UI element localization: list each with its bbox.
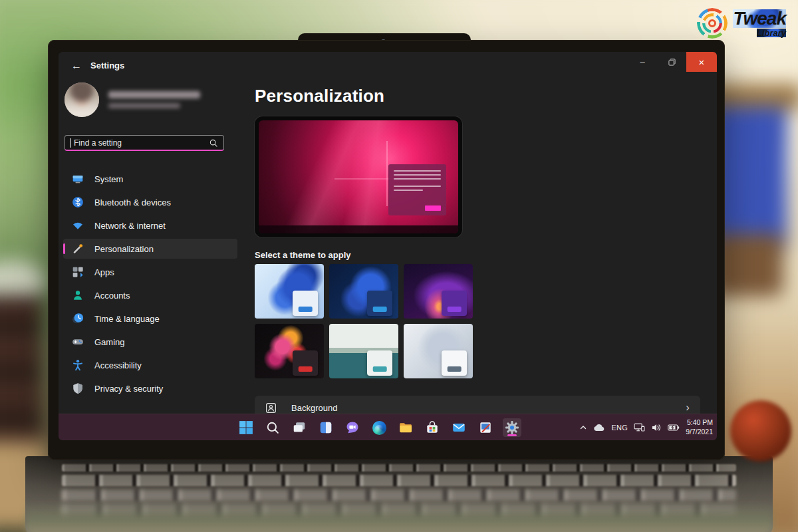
- text-caret: [70, 138, 71, 148]
- laptop-lid: ← Settings – ×: [48, 40, 725, 460]
- tray-date: 9/7/2021: [686, 428, 713, 437]
- gear-icon: [505, 420, 519, 435]
- person-icon: [72, 289, 84, 301]
- minimize-button[interactable]: –: [628, 52, 657, 72]
- volume-icon[interactable]: [651, 423, 662, 432]
- task-view-button[interactable]: [290, 418, 309, 437]
- user-profile[interactable]: [65, 82, 200, 117]
- theme-windows-bloom-dark[interactable]: [329, 264, 398, 319]
- teams-chat-icon: [345, 420, 360, 435]
- sidebar-item-label: Accounts: [94, 291, 130, 301]
- maximize-button[interactable]: [657, 52, 686, 72]
- preview-sample-window: [388, 164, 446, 215]
- edge-icon: [372, 421, 386, 435]
- sidebar-item-label: Gaming: [94, 337, 125, 347]
- photo-scene: Tweak Library ← Settings –: [0, 0, 798, 532]
- sidebar-item-label: Privacy & security: [94, 384, 163, 394]
- accessibility-person-icon: [72, 359, 84, 371]
- file-explorer-button[interactable]: [396, 418, 415, 437]
- sidebar-nav: System Bluetooth & devices Network & int…: [63, 169, 237, 398]
- apps-grid-icon: [72, 266, 84, 278]
- sidebar-item-label: Apps: [94, 267, 114, 277]
- logo-title: Tweak: [733, 9, 786, 28]
- mail-button[interactable]: [450, 418, 468, 437]
- system-icon: [72, 173, 84, 185]
- tray-chevron-up-icon[interactable]: [579, 424, 587, 432]
- sidebar-item-accessibility[interactable]: Accessibility: [63, 355, 237, 375]
- mail-envelope-icon: [452, 420, 466, 435]
- widgets-button[interactable]: [317, 418, 335, 437]
- taskbar-search-button[interactable]: [263, 418, 282, 437]
- clock[interactable]: 5:40 PM 9/7/2021: [686, 418, 713, 436]
- sidebar-item-accounts[interactable]: Accounts: [63, 285, 237, 305]
- taskbar-icons: [237, 414, 521, 440]
- chat-button[interactable]: [343, 418, 362, 437]
- settings-button[interactable]: [503, 418, 521, 437]
- widgets-icon: [319, 420, 333, 435]
- sidebar-item-label: Accessibility: [94, 360, 142, 370]
- theme-card: [293, 291, 317, 316]
- laptop-screen: ← Settings – ×: [59, 52, 717, 440]
- folder-icon: [398, 420, 413, 435]
- sidebar-item-gaming[interactable]: Gaming: [63, 332, 237, 352]
- clock-globe-icon: [72, 313, 84, 325]
- active-app-indicator: [507, 434, 517, 436]
- language-indicator[interactable]: ENG: [611, 424, 628, 432]
- theme-purple-glow[interactable]: [404, 264, 473, 319]
- theme-abstract-flower-dark[interactable]: [255, 324, 324, 378]
- sidebar-item-label: Personalization: [94, 244, 154, 254]
- sidebar-item-network-internet[interactable]: Network & internet: [63, 215, 237, 235]
- sidebar-item-apps[interactable]: Apps: [63, 262, 237, 282]
- preview-accent-button: [425, 205, 441, 211]
- themes-section-label: Select a theme to apply: [255, 250, 351, 260]
- system-tray: ENG: [579, 414, 713, 440]
- onedrive-cloud-icon[interactable]: [593, 424, 605, 432]
- search-icon: [209, 138, 218, 148]
- background-row-label: Background: [291, 403, 671, 413]
- sidebar-item-label: Bluetooth & devices: [94, 198, 171, 207]
- current-theme-wallpaper: [259, 120, 458, 233]
- wifi-icon: [72, 219, 84, 231]
- tray-time: 5:40 PM: [686, 418, 713, 428]
- settings-sidebar: Find a setting System: [59, 80, 246, 414]
- sidebar-item-label: Time & language: [94, 314, 160, 324]
- avatar: [65, 82, 99, 117]
- sidebar-item-privacy-security[interactable]: Privacy & security: [63, 378, 237, 398]
- sidebar-item-time-language[interactable]: Time & language: [63, 309, 237, 329]
- chestnut: [730, 400, 791, 462]
- selected-accent-bar: [63, 243, 65, 254]
- book-stack: [0, 295, 43, 452]
- task-view-icon: [292, 420, 307, 435]
- gamepad-icon: [72, 336, 84, 348]
- back-button[interactable]: ←: [69, 59, 84, 73]
- battery-charging-icon[interactable]: [668, 424, 680, 431]
- theme-sunset-beach[interactable]: [329, 324, 398, 378]
- network-icon[interactable]: [634, 423, 645, 432]
- sidebar-item-personalization[interactable]: Personalization: [63, 239, 237, 259]
- edge-browser-button[interactable]: [370, 418, 388, 437]
- shield-icon: [72, 382, 84, 394]
- microsoft-store-button[interactable]: [423, 418, 442, 437]
- start-button[interactable]: [237, 418, 255, 437]
- logo-subtitle: Library: [757, 29, 786, 37]
- background-image-icon: [265, 402, 277, 414]
- theme-card: [367, 291, 392, 316]
- store-bag-icon: [425, 420, 440, 435]
- deck-blur-fade: [25, 501, 773, 532]
- tweak-logo-icon: [697, 8, 728, 39]
- laptop-keyboard-deck: [25, 456, 773, 532]
- search-icon: [265, 420, 280, 435]
- sidebar-item-bluetooth-devices[interactable]: Bluetooth & devices: [63, 192, 237, 212]
- sidebar-item-system[interactable]: System: [63, 169, 237, 189]
- sidebar-item-label: Network & internet: [94, 221, 166, 231]
- theme-card: [367, 350, 392, 376]
- theme-preview-monitor: [255, 116, 462, 237]
- theme-white-flow[interactable]: [404, 324, 473, 378]
- windows-start-icon: [239, 420, 253, 435]
- close-button[interactable]: ×: [686, 52, 717, 72]
- search-placeholder: Find a setting: [74, 138, 209, 148]
- theme-windows-bloom-light[interactable]: [255, 264, 324, 319]
- display-properties-button[interactable]: [476, 418, 495, 437]
- settings-titlebar: ← Settings – ×: [59, 52, 717, 80]
- search-input[interactable]: Find a setting: [65, 135, 224, 151]
